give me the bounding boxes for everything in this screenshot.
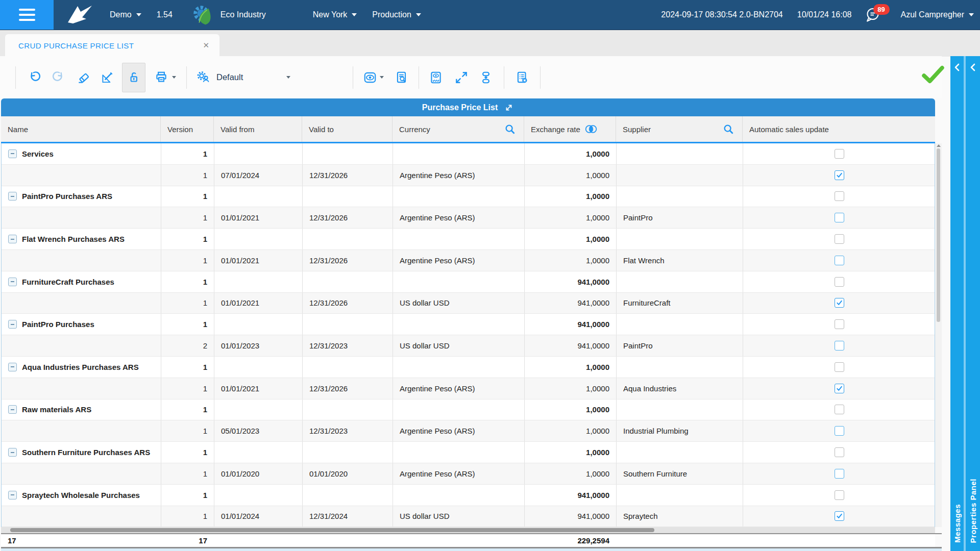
auto-update-checkbox[interactable]	[835, 319, 844, 329]
auto-update-checkbox[interactable]	[835, 362, 844, 372]
detail-row[interactable]: 101/01/202001/01/2020Argentine Peso (ARS…	[2, 463, 935, 485]
auto-update-checkbox[interactable]	[835, 170, 844, 180]
cell-valid-from	[214, 357, 303, 378]
group-row[interactable]: PaintPro Purchases ARS11,0000	[2, 186, 935, 208]
collapse-icon[interactable]	[8, 320, 17, 329]
demo-dropdown[interactable]: Demo	[110, 10, 141, 19]
collapse-icon[interactable]	[8, 278, 17, 286]
grid-expand-icon[interactable]	[504, 103, 514, 113]
auto-update-checkbox[interactable]	[835, 191, 844, 201]
messages-panel-strip[interactable]: Messages	[950, 56, 964, 551]
horizontal-scrollbar[interactable]	[1, 527, 935, 533]
group-row[interactable]: Aqua Industries Purchases ARS11,0000	[2, 357, 935, 378]
search-icon[interactable]	[723, 123, 734, 135]
detail-row[interactable]: 101/01/202112/31/2026Argentine Peso (ARS…	[2, 207, 935, 229]
column-header-auto-sales-update[interactable]: Automatic sales update	[743, 116, 935, 142]
detail-row[interactable]: 201/01/202312/31/2023US dollar USD941,00…	[2, 335, 935, 357]
column-header-currency[interactable]: Currency	[393, 116, 524, 142]
notifications-button[interactable]: 89	[864, 7, 881, 22]
collapse-icon[interactable]	[8, 235, 17, 243]
collapse-icon[interactable]	[8, 149, 17, 158]
app-logo-icon[interactable]	[67, 5, 93, 25]
auto-update-checkbox[interactable]	[835, 298, 844, 308]
auto-update-checkbox[interactable]	[835, 447, 844, 457]
group-row[interactable]: Raw materials ARS11,0000	[2, 399, 935, 421]
detail-row[interactable]: 101/01/202112/31/2026Argentine Peso (ARS…	[2, 378, 935, 399]
redo-button[interactable]	[51, 70, 66, 85]
tab-close-icon[interactable]: ✕	[203, 41, 209, 50]
auto-update-checkbox[interactable]	[835, 341, 844, 350]
auto-update-checkbox[interactable]	[835, 469, 844, 479]
group-name: FurnitureCraft Purchases	[22, 278, 114, 286]
auto-update-checkbox[interactable]	[835, 234, 844, 244]
workflow-button[interactable]	[478, 70, 494, 85]
tab-crud-purchase-price-list[interactable]: CRUD PURCHASE PRICE LIST ✕	[5, 34, 219, 57]
validate-view-button[interactable]	[428, 70, 444, 85]
group-row[interactable]: Flat Wrench Purchases ARS11,0000	[2, 229, 935, 250]
auto-update-checkbox[interactable]	[835, 405, 844, 414]
detail-row[interactable]: 101/01/202412/31/2024US dollar USD941,00…	[2, 506, 935, 527]
search-icon[interactable]	[504, 123, 516, 135]
column-header-name[interactable]: Name	[1, 116, 161, 142]
cell-valid-from	[214, 442, 303, 463]
column-header-valid-to[interactable]: Valid to	[302, 116, 393, 142]
horizontal-scroll-thumb[interactable]	[10, 528, 654, 532]
vertical-scroll-thumb[interactable]	[937, 148, 940, 322]
eraser-button[interactable]	[76, 70, 91, 85]
detail-row[interactable]: 107/01/202412/31/2026Argentine Peso (ARS…	[2, 165, 935, 186]
fullscreen-button[interactable]	[454, 70, 469, 85]
detail-row[interactable]: 101/01/202112/31/2026Argentine Peso (ARS…	[2, 250, 935, 271]
user-menu[interactable]: Azul Campregher	[901, 10, 974, 19]
group-row[interactable]: Services11,0000	[2, 143, 935, 165]
auto-update-checkbox[interactable]	[835, 213, 844, 222]
collapse-icon[interactable]	[8, 192, 17, 201]
column-header-exchange-rate[interactable]: Exchange rate	[524, 116, 616, 142]
group-name: Raw materials ARS	[22, 405, 91, 414]
print-button[interactable]	[153, 70, 170, 85]
preview-search-button[interactable]	[394, 70, 409, 85]
lock-button[interactable]	[122, 63, 145, 92]
cell-exchange-rate: 1,0000	[525, 143, 617, 164]
print-dropdown-caret[interactable]	[172, 76, 176, 79]
visibility-dropdown-caret[interactable]	[380, 76, 384, 79]
detail-row[interactable]: 101/01/202112/31/2026US dollar USD941,00…	[2, 293, 935, 314]
confirm-button[interactable]	[922, 65, 944, 84]
auto-update-checkbox[interactable]	[835, 256, 844, 265]
properties-panel-strip[interactable]: Properties Panel	[966, 56, 980, 551]
auto-update-checkbox[interactable]	[835, 277, 844, 287]
auto-update-checkbox[interactable]	[835, 490, 844, 500]
menu-button[interactable]	[0, 0, 54, 30]
undo-button[interactable]	[27, 70, 42, 85]
chevron-left-icon[interactable]	[954, 63, 960, 71]
auto-update-checkbox[interactable]	[835, 384, 844, 393]
collapse-icon[interactable]	[8, 405, 17, 414]
collapse-icon[interactable]	[8, 363, 17, 371]
column-header-valid-from[interactable]: Valid from	[214, 116, 302, 142]
cell-exchange-rate: 1,0000	[525, 229, 617, 249]
chevron-left-icon[interactable]	[970, 63, 976, 71]
collapse-icon[interactable]	[8, 491, 17, 499]
column-header-version[interactable]: Version	[161, 116, 214, 142]
environment-dropdown[interactable]: Production	[372, 10, 421, 19]
group-row[interactable]: Spraytech Wholesale Purchases1941,0000	[2, 485, 935, 506]
auto-update-checkbox[interactable]	[835, 426, 844, 436]
group-row[interactable]: FurnitureCraft Purchases1941,0000	[2, 271, 935, 293]
design-mode-button[interactable]	[100, 70, 115, 85]
cell-auto-update	[743, 186, 935, 207]
auto-update-checkbox[interactable]	[835, 149, 844, 159]
vertical-scrollbar[interactable]	[935, 143, 942, 527]
visibility-button[interactable]	[362, 70, 378, 85]
group-name: Southern Furniture Purchases ARS	[22, 448, 150, 457]
view-profile-dropdown[interactable]: Default	[196, 70, 290, 85]
scroll-up-arrow[interactable]	[937, 144, 941, 147]
collapse-icon[interactable]	[8, 448, 17, 457]
detail-row[interactable]: 105/01/202312/31/2023Argentine Peso (ARS…	[2, 420, 935, 442]
column-header-supplier[interactable]: Supplier	[616, 116, 743, 142]
group-name: Services	[22, 149, 54, 158]
auto-update-checkbox[interactable]	[835, 511, 844, 521]
cell-valid-to: 12/31/2026	[303, 378, 393, 399]
group-row[interactable]: PaintPro Purchases1941,0000	[2, 314, 935, 335]
group-row[interactable]: Southern Furniture Purchases ARS11,0000	[2, 442, 935, 463]
site-dropdown[interactable]: New York	[313, 10, 357, 19]
clear-messages-button[interactable]	[514, 70, 530, 85]
